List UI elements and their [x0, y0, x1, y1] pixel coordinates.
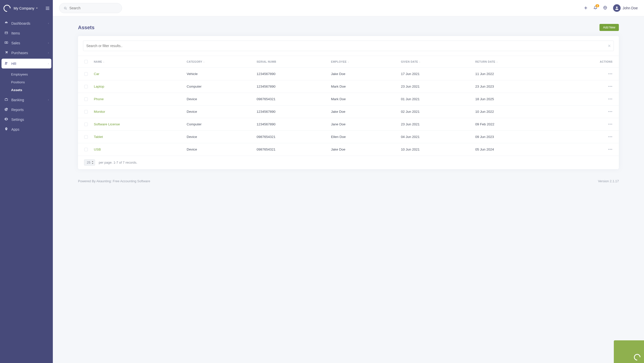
sidebar-item-reports[interactable]: Reports: [0, 105, 53, 115]
asset-name-link[interactable]: Phone: [94, 97, 104, 101]
svg-rect-8: [5, 99, 8, 100]
search-input[interactable]: [69, 6, 117, 10]
asset-employee: Mark Doe: [328, 80, 398, 93]
asset-employee: Ellen Doe: [328, 131, 398, 143]
asset-name-link[interactable]: Software License: [94, 122, 120, 126]
sidebar-item-hr[interactable]: HR›: [2, 59, 51, 68]
row-actions-button[interactable]: •••: [608, 72, 613, 76]
sidebar-item-settings[interactable]: Settings: [0, 115, 53, 124]
asset-name-link[interactable]: Tablet: [94, 135, 103, 139]
row-actions-button[interactable]: •••: [608, 110, 613, 114]
user-menu[interactable]: John Doe: [613, 4, 638, 12]
sidebar-item-sales[interactable]: Sales›: [0, 38, 53, 48]
asset-category: Vehicle: [184, 68, 254, 80]
sidebar-item-dashboards[interactable]: Dashboards›: [0, 18, 53, 28]
chevron-right-icon: ›: [48, 62, 49, 65]
col-serial: SERIAL NUMB: [254, 56, 328, 68]
sidebar-item-label: Items: [11, 31, 20, 35]
page-footer: Powered By Akaunting: Free Accounting So…: [78, 177, 619, 193]
gauge-icon: [4, 21, 9, 25]
table-footer: 25 per page. 1-7 of 7 records.: [78, 156, 619, 169]
svg-point-7: [7, 62, 8, 63]
asset-serial: 1234567890: [254, 68, 328, 80]
notification-badge: 2: [595, 4, 599, 7]
sidebar-subitem-positions[interactable]: Positions: [11, 78, 53, 86]
sidebar-item-purchases[interactable]: Purchases›: [0, 48, 53, 58]
row-checkbox[interactable]: [84, 72, 88, 76]
chevron-right-icon: ›: [48, 98, 49, 101]
sidebar-item-label: Settings: [11, 118, 24, 122]
cash-icon: [4, 41, 9, 45]
sidebar-item-apps[interactable]: Apps: [0, 124, 53, 134]
filter-input[interactable]: [86, 44, 608, 48]
filter-bar: [78, 36, 619, 56]
asset-serial: 0987654321: [254, 93, 328, 105]
clear-filter-button[interactable]: [608, 44, 611, 48]
row-actions-button[interactable]: •••: [608, 122, 613, 126]
asset-category: Device: [184, 131, 254, 143]
row-checkbox[interactable]: [84, 110, 88, 114]
asset-category: Device: [184, 105, 254, 118]
asset-serial: 1234567890: [254, 105, 328, 118]
notifications-button[interactable]: 2: [593, 6, 597, 10]
sidebar-item-banking[interactable]: Banking›: [0, 95, 53, 105]
global-search[interactable]: [59, 3, 122, 13]
sidebar-subitem-employees[interactable]: Employees: [11, 70, 53, 78]
sidebar-subitem-assets[interactable]: Assets: [11, 86, 53, 94]
user-icon: [615, 6, 619, 10]
asset-serial: 0987654321: [254, 131, 328, 143]
row-checkbox[interactable]: [84, 148, 88, 151]
table-row: TabletDevice0987654321Ellen Doe04 Jun 20…: [78, 131, 619, 143]
asset-return-date: 23 Jun 2023: [472, 80, 555, 93]
version-label: Version 2.1.17: [598, 179, 619, 183]
briefcase-icon: [4, 98, 9, 102]
language-button[interactable]: [603, 6, 607, 10]
topbar: 2 John Doe: [53, 0, 644, 16]
powered-by-label: Powered By Akaunting: Free Accounting So…: [78, 179, 150, 183]
sidebar-item-label: Banking: [11, 98, 24, 102]
chevron-right-icon: ›: [48, 42, 49, 44]
sidebar-item-items[interactable]: Items: [0, 28, 53, 38]
asset-given-date: 01 Jun 2021: [398, 93, 472, 105]
add-button[interactable]: [584, 6, 587, 10]
svg-point-17: [616, 7, 618, 8]
asset-given-date: 02 Jun 2021: [398, 105, 472, 118]
asset-serial: 0987654321: [254, 143, 328, 156]
avatar: [613, 4, 621, 12]
asset-name-link[interactable]: Car: [94, 72, 99, 76]
col-employee[interactable]: EMPLOYEE↓: [328, 56, 398, 68]
sidebar: My Company Dashboards›ItemsSales›Purchas…: [0, 0, 53, 363]
svg-rect-2: [5, 42, 8, 44]
row-checkbox[interactable]: [84, 135, 88, 139]
gear-icon: [4, 117, 9, 122]
filter-input-wrap[interactable]: [83, 41, 614, 51]
row-checkbox[interactable]: [84, 85, 88, 88]
col-return[interactable]: RETURN DATE↓: [472, 56, 555, 68]
select-all-checkbox[interactable]: [84, 60, 88, 63]
chevron-right-icon: ›: [48, 51, 49, 54]
col-given[interactable]: GIVEN DATE↓: [398, 56, 472, 68]
row-actions-button[interactable]: •••: [608, 97, 613, 101]
asset-category: Computer: [184, 118, 254, 131]
svg-point-5: [7, 53, 7, 54]
row-actions-button[interactable]: •••: [608, 85, 613, 88]
table-row: CarVehicle1234567890Jake Doe17 Jun 20211…: [78, 68, 619, 80]
content: Assets Add New NAME↓: [53, 16, 644, 363]
row-checkbox[interactable]: [84, 97, 88, 101]
sidebar-toggle-button[interactable]: [46, 7, 49, 10]
col-category[interactable]: CATEGORY↓: [184, 56, 254, 68]
add-new-button[interactable]: Add New: [599, 24, 619, 31]
asset-name-link[interactable]: USB: [94, 148, 101, 151]
asset-category: Device: [184, 143, 254, 156]
row-actions-button[interactable]: •••: [608, 135, 613, 139]
row-actions-button[interactable]: •••: [608, 148, 613, 151]
asset-name-link[interactable]: Laptop: [94, 85, 104, 88]
company-selector[interactable]: My Company: [14, 6, 46, 10]
per-page-select[interactable]: 25: [84, 159, 95, 166]
row-checkbox[interactable]: [84, 123, 88, 126]
asset-employee: Jake Doe: [328, 105, 398, 118]
asset-return-date: 09 Jun 2023: [472, 131, 555, 143]
asset-given-date: 23 Jun 2021: [398, 118, 472, 131]
col-name[interactable]: NAME↓: [91, 56, 184, 68]
asset-name-link[interactable]: Monitor: [94, 110, 105, 114]
